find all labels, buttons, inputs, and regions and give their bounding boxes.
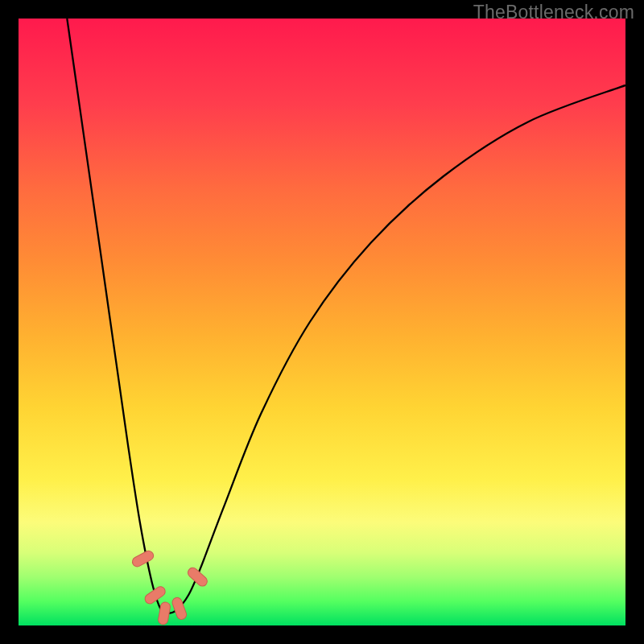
watermark-text: TheBottleneck.com bbox=[473, 2, 634, 23]
bottleneck-curve bbox=[19, 19, 625, 625]
curve-marker bbox=[130, 549, 155, 568]
curve-line bbox=[67, 19, 625, 613]
chart-plot-area bbox=[19, 19, 625, 625]
curve-marker bbox=[186, 566, 209, 588]
